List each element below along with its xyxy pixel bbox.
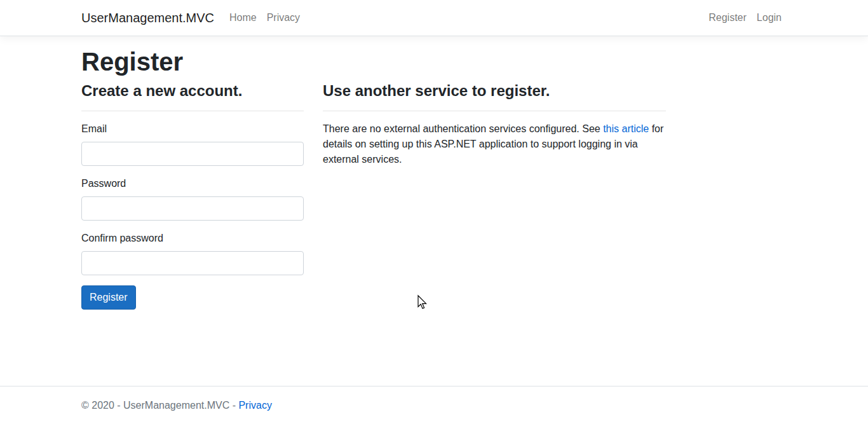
nav-link-privacy[interactable]: Privacy: [262, 5, 305, 31]
register-form-column: Create a new account. Email Password Con…: [72, 82, 313, 310]
navbar-main-links: Home Privacy: [224, 5, 305, 31]
password-label: Password: [81, 176, 126, 191]
external-services-text: There are no external authentication ser…: [323, 121, 666, 167]
confirm-password-input[interactable]: [81, 251, 304, 275]
form-section-heading: Create a new account.: [81, 82, 304, 100]
register-submit-button[interactable]: Register: [81, 285, 136, 310]
external-services-column: Use another service to register. There a…: [313, 82, 675, 310]
password-input[interactable]: [81, 196, 304, 221]
content-row: Create a new account. Email Password Con…: [72, 82, 796, 310]
confirm-password-form-group: Confirm password: [81, 231, 304, 275]
navbar-container: UserManagement.MVC Home Privacy Register…: [72, 5, 796, 31]
page-title: Register: [81, 46, 787, 77]
navbar: UserManagement.MVC Home Privacy Register…: [0, 0, 868, 36]
password-form-group: Password: [81, 176, 304, 221]
external-services-section: Use another service to register. There a…: [323, 82, 666, 167]
navbar-brand[interactable]: UserManagement.MVC: [81, 5, 214, 31]
navbar-auth-links: Register Login: [703, 5, 787, 31]
nav-link-login[interactable]: Login: [752, 5, 787, 31]
external-section-heading: Use another service to register.: [323, 82, 666, 100]
form-section-divider: [81, 111, 304, 111]
this-article-link[interactable]: this article: [603, 123, 649, 134]
footer: © 2020 - UserManagement.MVC - Privacy: [0, 386, 868, 424]
register-form: Create a new account. Email Password Con…: [81, 82, 304, 310]
footer-copyright: © 2020 - UserManagement.MVC -: [81, 400, 238, 411]
nav-link-register[interactable]: Register: [703, 5, 752, 31]
email-label: Email: [81, 121, 107, 137]
external-text-before: There are no external authentication ser…: [323, 123, 603, 134]
email-form-group: Email: [81, 121, 304, 166]
external-section-divider: [323, 111, 666, 111]
nav-link-home[interactable]: Home: [224, 5, 262, 31]
footer-privacy-link[interactable]: Privacy: [238, 400, 271, 411]
email-input[interactable]: [81, 142, 304, 166]
main-content: Register Create a new account. Email Pas…: [0, 46, 868, 310]
confirm-password-label: Confirm password: [81, 231, 163, 246]
